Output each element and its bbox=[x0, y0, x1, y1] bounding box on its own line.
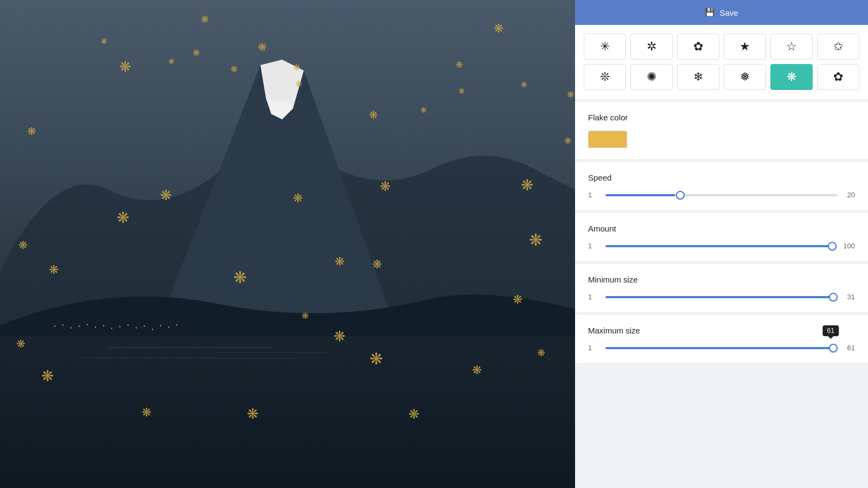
flake-17: ❋ bbox=[160, 187, 172, 204]
shape-btn-4[interactable]: ☆ bbox=[770, 34, 813, 60]
shape-btn-3[interactable]: ★ bbox=[724, 34, 766, 60]
save-label: Save bbox=[719, 8, 738, 17]
shape-btn-7[interactable]: ✺ bbox=[630, 64, 673, 90]
flake-4: ❋ bbox=[193, 48, 200, 58]
svg-rect-10 bbox=[127, 324, 129, 326]
flake-29: ❋ bbox=[564, 136, 571, 146]
flake-12: ❋ bbox=[295, 79, 302, 89]
svg-rect-17 bbox=[0, 336, 575, 488]
flake-27: ❋ bbox=[335, 255, 344, 269]
min-size-label: Minimum size bbox=[588, 275, 855, 284]
flake-7: ❋ bbox=[119, 59, 131, 75]
flake-39: ❋ bbox=[537, 347, 545, 359]
speed-slider-row: 1 20 bbox=[588, 191, 855, 199]
svg-rect-20 bbox=[217, 352, 326, 353]
speed-label: Speed bbox=[588, 173, 855, 182]
flake-36: ❋ bbox=[247, 406, 259, 422]
shape-btn-9[interactable]: ❅ bbox=[724, 64, 766, 90]
flake-19: ❋ bbox=[380, 179, 391, 194]
flake-33: ❋ bbox=[472, 363, 482, 377]
flake-37: ❋ bbox=[409, 407, 419, 422]
flake-20: ❋ bbox=[293, 191, 303, 206]
flake-3: ❋ bbox=[258, 41, 267, 54]
svg-rect-8 bbox=[111, 328, 112, 329]
svg-rect-7 bbox=[103, 325, 104, 326]
flake-16: ❋ bbox=[27, 125, 36, 138]
shape-btn-2[interactable]: ✿ bbox=[677, 34, 719, 60]
max-size-slider-row: 1 61 61 bbox=[588, 344, 855, 352]
svg-rect-3 bbox=[71, 327, 72, 329]
canvas-area: ❋❋❋❋❋❋❋❋❋❋❋❋❋❋❋❋❋❋❋❋❋❋❋❋❋❋❋❋❋❋❋❋❋❋❋❋❋❋❋❋ bbox=[0, 0, 575, 488]
flake-34: ❋ bbox=[41, 367, 54, 385]
flake-22: ❋ bbox=[529, 230, 542, 249]
svg-rect-11 bbox=[136, 327, 137, 329]
svg-rect-14 bbox=[160, 325, 161, 326]
svg-rect-15 bbox=[168, 326, 169, 328]
max-size-section: Maximum size 1 61 61 bbox=[575, 315, 868, 363]
flake-9: ❋ bbox=[521, 80, 527, 89]
shape-picker-section: ✳✲✿★☆✩❊✺❄❅❋✿ bbox=[575, 25, 868, 99]
max-size-slider[interactable] bbox=[605, 347, 838, 349]
amount-section: Amount 1 100 bbox=[575, 213, 868, 261]
save-icon: 💾 bbox=[705, 8, 715, 17]
save-button[interactable]: 💾 Save bbox=[575, 0, 868, 25]
flake-10: ❋ bbox=[231, 64, 238, 74]
svg-rect-16 bbox=[176, 324, 177, 326]
flake-2: ❋ bbox=[101, 37, 107, 46]
max-size-min: 1 bbox=[588, 344, 599, 352]
svg-rect-1 bbox=[54, 325, 55, 327]
flake-1: ❋ bbox=[494, 22, 503, 36]
svg-rect-6 bbox=[95, 326, 96, 328]
flake-25: ❋ bbox=[49, 263, 59, 277]
flake-24: ❋ bbox=[372, 258, 382, 272]
min-size-min: 1 bbox=[588, 293, 599, 301]
shape-btn-1[interactable]: ✲ bbox=[630, 34, 673, 60]
flake-8: ❋ bbox=[456, 60, 463, 70]
min-size-slider-row: 1 31 bbox=[588, 293, 855, 301]
speed-slider[interactable] bbox=[605, 194, 838, 196]
flake-31: ❋ bbox=[16, 337, 25, 350]
color-swatch[interactable] bbox=[588, 131, 627, 148]
shape-btn-11[interactable]: ✿ bbox=[817, 64, 859, 90]
shape-btn-10[interactable]: ❋ bbox=[770, 64, 813, 90]
speed-section: Speed 1 20 bbox=[575, 162, 868, 210]
right-panel: 💾 Save ✳✲✿★☆✩❊✺❄❅❋✿ Flake color Speed 1 … bbox=[575, 0, 868, 488]
svg-rect-5 bbox=[87, 324, 88, 325]
flake-6: ❋ bbox=[293, 62, 300, 73]
svg-rect-18 bbox=[108, 347, 271, 348]
min-size-section: Minimum size 1 31 bbox=[575, 264, 868, 312]
flake-26: ❋ bbox=[233, 268, 247, 287]
amount-slider-row: 1 100 bbox=[588, 242, 855, 250]
flake-15: ❋ bbox=[369, 108, 378, 121]
flake-11: ❋ bbox=[458, 87, 465, 95]
amount-min: 1 bbox=[588, 242, 599, 250]
shape-btn-5[interactable]: ✩ bbox=[817, 34, 859, 60]
min-size-max: 31 bbox=[844, 293, 855, 301]
speed-min: 1 bbox=[588, 191, 599, 199]
svg-rect-2 bbox=[62, 324, 63, 326]
amount-label: Amount bbox=[588, 224, 855, 233]
flake-5: ❋ bbox=[168, 57, 175, 66]
svg-rect-19 bbox=[81, 358, 298, 358]
amount-slider[interactable] bbox=[605, 245, 837, 247]
flake-30: ❋ bbox=[334, 328, 346, 345]
max-size-max: 61 bbox=[844, 344, 855, 352]
flake-21: ❋ bbox=[521, 176, 533, 194]
flake-color-section: Flake color bbox=[575, 102, 868, 159]
flake-38: ❋ bbox=[513, 293, 522, 307]
speed-max: 20 bbox=[844, 191, 855, 199]
svg-rect-13 bbox=[152, 329, 153, 330]
svg-rect-4 bbox=[79, 325, 80, 327]
min-size-slider[interactable] bbox=[605, 296, 838, 298]
flake-13: ❋ bbox=[567, 89, 574, 100]
flake-0: ❋ bbox=[201, 14, 209, 25]
flake-23: ❋ bbox=[18, 239, 28, 252]
flake-28: ❋ bbox=[302, 311, 309, 321]
svg-rect-9 bbox=[119, 326, 120, 328]
flake-35: ❋ bbox=[142, 406, 151, 420]
shape-btn-6[interactable]: ❊ bbox=[584, 64, 626, 90]
flake-32: ❋ bbox=[369, 349, 383, 368]
amount-max: 100 bbox=[843, 242, 855, 250]
shape-btn-8[interactable]: ❄ bbox=[677, 64, 719, 90]
shape-btn-0[interactable]: ✳ bbox=[584, 34, 626, 60]
